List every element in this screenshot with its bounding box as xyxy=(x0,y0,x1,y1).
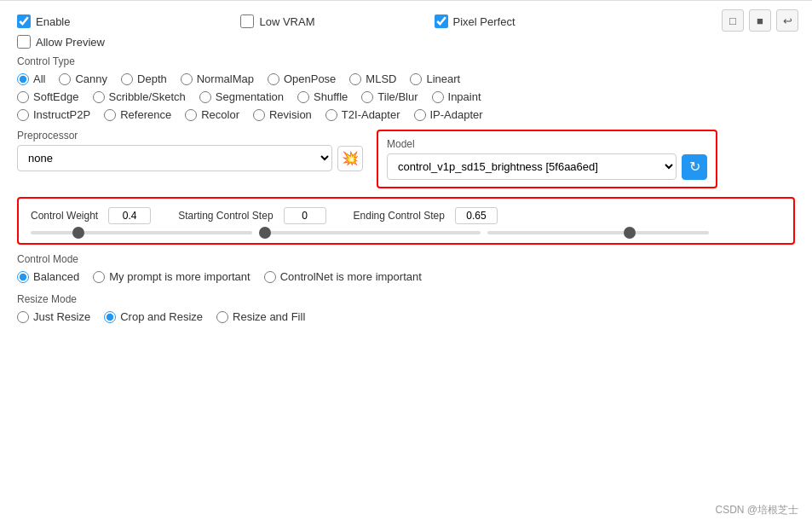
expand-icon[interactable]: ■ xyxy=(749,9,771,32)
enable-row: Enable Low VRAM Pixel Perfect xyxy=(17,14,795,28)
low-vram-label: Low VRAM xyxy=(259,15,314,28)
mode-prompt[interactable]: My prompt is more important xyxy=(93,270,250,283)
start-step-label: Starting Control Step xyxy=(178,210,273,222)
radio-inpaint[interactable]: Inpaint xyxy=(432,90,481,103)
pixel-perfect-label: Pixel Perfect xyxy=(453,15,515,28)
fire-icon: 💥 xyxy=(342,150,359,166)
enable-label: Enable xyxy=(36,15,70,28)
radio-ipadapter[interactable]: IP-Adapter xyxy=(414,108,483,121)
control-type-row-2: SoftEdge Scribble/Sketch Segmentation Sh… xyxy=(17,90,795,103)
radio-openpose[interactable]: OpenPose xyxy=(268,72,336,85)
sliders-labels-row: Control Weight Starting Control Step End… xyxy=(31,207,781,224)
allow-preview-checkbox[interactable] xyxy=(17,35,31,49)
watermark: CSDN @培根芝士 xyxy=(715,503,798,517)
main-container: □ ■ ↩ Enable Low VRAM Pixel Perfect Allo… xyxy=(0,0,812,526)
weight-value-input[interactable] xyxy=(108,207,151,224)
radio-reference[interactable]: Reference xyxy=(104,108,171,121)
preprocessor-select[interactable]: none xyxy=(17,145,332,171)
refresh-button[interactable]: ↻ xyxy=(682,154,707,180)
start-step-slider[interactable] xyxy=(259,231,481,234)
pixel-perfect-checkbox-label[interactable]: Pixel Perfect xyxy=(435,14,515,28)
allow-preview-text: Allow Preview xyxy=(36,36,105,49)
preprocessor-label: Preprocessor xyxy=(17,130,363,142)
end-step-value-input[interactable] xyxy=(455,207,498,224)
weight-slider[interactable] xyxy=(31,231,252,234)
control-sliders-box: Control Weight Starting Control Step End… xyxy=(17,197,795,245)
model-select-row: control_v1p_sd15_brightness [5f6aa6ed] ↻ xyxy=(387,153,707,180)
allow-preview-label[interactable]: Allow Preview xyxy=(17,35,105,49)
radio-canny[interactable]: Canny xyxy=(59,72,107,85)
model-select[interactable]: control_v1p_sd15_brightness [5f6aa6ed] xyxy=(387,153,677,180)
radio-tileblur[interactable]: Tile/Blur xyxy=(361,90,418,103)
control-mode-section-label: Control Mode xyxy=(17,253,795,265)
resize-crop[interactable]: Crop and Resize xyxy=(104,310,203,323)
enable-checkbox[interactable] xyxy=(17,14,31,28)
end-step-slider[interactable] xyxy=(487,231,709,234)
top-icons-bar: □ ■ ↩ xyxy=(722,9,798,32)
control-type-grid: All Canny Depth NormalMap OpenPose MLSD … xyxy=(17,72,795,121)
mode-controlnet[interactable]: ControlNet is more important xyxy=(264,270,422,283)
pixel-perfect-checkbox[interactable] xyxy=(435,14,448,28)
preprocessor-select-row: none 💥 xyxy=(17,145,363,171)
low-vram-checkbox-label[interactable]: Low VRAM xyxy=(240,14,314,28)
radio-shuffle[interactable]: Shuffle xyxy=(297,90,348,103)
radio-softedge[interactable]: SoftEdge xyxy=(17,90,79,103)
sliders-track-row xyxy=(31,231,781,234)
enable-checkbox-label[interactable]: Enable xyxy=(17,14,70,28)
radio-lineart[interactable]: Lineart xyxy=(410,72,460,85)
control-mode-row: Balanced My prompt is more important Con… xyxy=(17,270,795,283)
resize-mode-section-label: Resize Mode xyxy=(17,293,795,305)
radio-t2iadapter[interactable]: T2I-Adapter xyxy=(325,108,400,121)
low-vram-checkbox[interactable] xyxy=(240,14,254,28)
control-type-row-1: All Canny Depth NormalMap OpenPose MLSD … xyxy=(17,72,795,85)
radio-depth[interactable]: Depth xyxy=(121,72,167,85)
control-type-label: Control Type xyxy=(17,55,795,67)
weight-label: Control Weight xyxy=(31,210,98,222)
radio-segmentation[interactable]: Segmentation xyxy=(199,90,284,103)
radio-normalmap[interactable]: NormalMap xyxy=(181,72,254,85)
back-icon[interactable]: ↩ xyxy=(776,9,798,32)
radio-scribble[interactable]: Scribble/Sketch xyxy=(93,90,186,103)
start-step-value-input[interactable] xyxy=(284,207,326,224)
radio-all[interactable]: All xyxy=(17,72,45,85)
resize-fill[interactable]: Resize and Fill xyxy=(216,310,305,323)
mode-balanced[interactable]: Balanced xyxy=(17,270,79,283)
fire-button[interactable]: 💥 xyxy=(337,146,363,171)
preprocessor-group: Preprocessor none 💥 xyxy=(17,130,363,171)
minimize-icon[interactable]: □ xyxy=(722,9,744,32)
resize-just[interactable]: Just Resize xyxy=(17,310,90,323)
resize-mode-row: Just Resize Crop and Resize Resize and F… xyxy=(17,310,795,323)
radio-recolor[interactable]: Recolor xyxy=(185,108,239,121)
end-step-label: Ending Control Step xyxy=(354,210,445,222)
allow-preview-row: Allow Preview xyxy=(17,35,795,49)
model-group-box: Model control_v1p_sd15_brightness [5f6aa… xyxy=(377,130,717,188)
model-label: Model xyxy=(387,138,707,150)
radio-revision[interactable]: Revision xyxy=(253,108,312,121)
radio-mlsd[interactable]: MLSD xyxy=(349,72,396,85)
preprocessor-model-row: Preprocessor none 💥 Model control_v1p_sd… xyxy=(17,130,795,188)
control-type-row-3: InstructP2P Reference Recolor Revision T… xyxy=(17,108,795,121)
radio-instructp2p[interactable]: InstructP2P xyxy=(17,108,90,121)
refresh-icon: ↻ xyxy=(689,159,700,175)
